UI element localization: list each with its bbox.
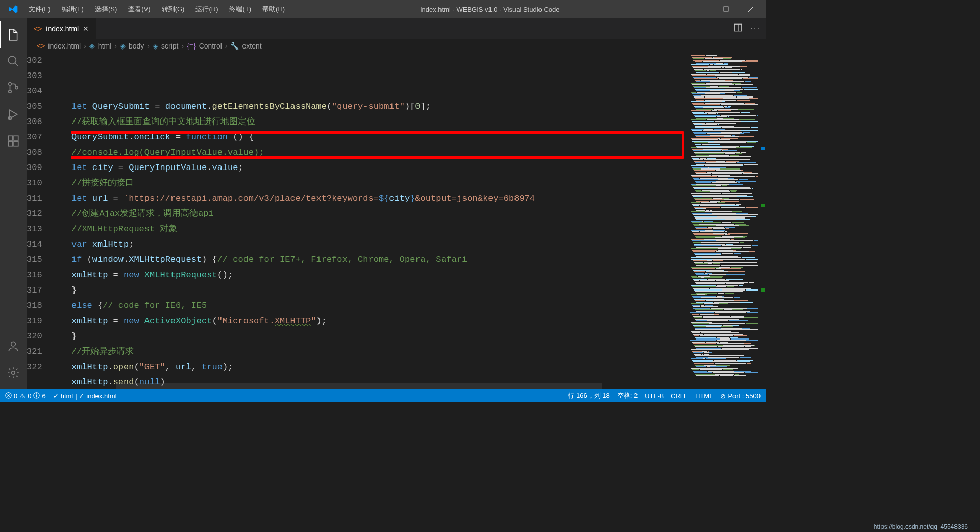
breadcrumb-item[interactable]: script — [161, 42, 178, 50]
chevron-right-icon: › — [114, 42, 117, 50]
window-controls — [690, 0, 763, 18]
code-line[interactable]: let city = QueryInputValue.value; — [71, 160, 684, 176]
code-line[interactable]: var xmlHttp; — [71, 237, 684, 252]
close-icon[interactable] — [739, 0, 763, 18]
menu-selection[interactable]: 选择(S) — [90, 2, 122, 17]
html-file-icon: <> — [37, 42, 45, 50]
more-actions-icon[interactable]: ··· — [751, 24, 761, 33]
breadcrumb-item[interactable]: html — [98, 42, 111, 50]
code-line[interactable]: } — [71, 329, 684, 344]
settings-gear-icon[interactable] — [0, 359, 27, 386]
chevron-right-icon: › — [181, 42, 184, 50]
menu-edit[interactable]: 编辑(E) — [57, 2, 89, 17]
tab-close-icon[interactable]: ✕ — [83, 25, 89, 33]
maximize-icon[interactable] — [715, 0, 738, 18]
tab-index-html[interactable]: <> index.html ✕ — [27, 18, 96, 39]
tab-actions: ··· — [728, 18, 766, 39]
account-icon[interactable] — [0, 333, 27, 359]
menu-bar: 文件(F) 编辑(E) 选择(S) 查看(V) 转到(G) 运行(R) 终端(T… — [23, 2, 290, 17]
svg-point-3 — [9, 83, 11, 85]
menu-help[interactable]: 帮助(H) — [257, 2, 290, 17]
line-number: 321 — [27, 344, 57, 359]
code-line[interactable]: //获取输入框里面查询的中文地址进行地图定位 — [71, 114, 684, 130]
breadcrumb[interactable]: <> index.html › ◈ html › ◈ body › ◈ scri… — [27, 39, 766, 53]
code-line[interactable]: xmlHttp = new XMLHttpRequest(); — [71, 268, 684, 283]
minimize-icon[interactable] — [690, 0, 714, 18]
status-spaces[interactable]: 空格: 2 — [617, 391, 638, 400]
code-line[interactable]: QuerySubmit.onclick = function () { — [71, 130, 684, 145]
code-content[interactable]: let QuerySubmit = document.getElementsBy… — [71, 53, 684, 389]
line-numbers: 3023033043053063073083093103113123133143… — [27, 53, 71, 389]
breadcrumb-item[interactable]: Control — [199, 42, 222, 50]
split-editor-icon[interactable] — [733, 23, 743, 34]
menu-file[interactable]: 文件(F) — [23, 2, 56, 17]
window-title: index.html - WEBGIS v1.0 - Visual Studio… — [290, 6, 690, 13]
code-line[interactable]: //拼接好的接口 — [71, 176, 684, 191]
status-problems[interactable]: ⓧ0 ⚠0 ⓘ6 — [5, 391, 46, 400]
line-number: 322 — [27, 359, 57, 375]
source-control-icon[interactable] — [0, 75, 27, 101]
status-eol[interactable]: CRLF — [671, 392, 688, 400]
status-port[interactable]: ⊘ Port : 5500 — [720, 392, 761, 400]
code-line[interactable]: xmlHttp = new ActiveXObject("Microsoft.X… — [71, 313, 684, 329]
svg-rect-1 — [724, 7, 728, 11]
main-area: <> index.html ✕ ··· <> index.html › ◈ ht… — [0, 18, 766, 389]
vscode-logo-icon — [8, 4, 18, 14]
wrench-icon: 🔧 — [230, 42, 239, 50]
status-cursor[interactable]: 行 166，列 18 — [568, 391, 609, 400]
breadcrumb-item[interactable]: body — [129, 42, 144, 50]
line-number: 320 — [27, 329, 57, 344]
line-number: 307 — [27, 130, 57, 145]
svg-point-11 — [11, 342, 16, 346]
extensions-icon[interactable] — [0, 128, 27, 154]
menu-view[interactable]: 查看(V) — [123, 2, 155, 17]
menu-run[interactable]: 运行(R) — [190, 2, 223, 17]
line-number: 312 — [27, 206, 57, 222]
code-line[interactable]: //console.log(QueryInputValue.value); — [71, 145, 684, 160]
chevron-right-icon: › — [147, 42, 150, 50]
minimap[interactable] — [684, 53, 766, 389]
status-lang-check[interactable]: ✓ html | ✓ index.html — [53, 392, 117, 400]
breadcrumb-item[interactable]: index.html — [48, 42, 81, 50]
block-icon: ⊘ — [720, 392, 726, 400]
tab-label: index.html — [46, 25, 79, 33]
overview-ruler[interactable] — [758, 53, 766, 389]
code-line[interactable]: if (window.XMLHttpRequest) {// code for … — [71, 252, 684, 268]
info-icon: ⓘ — [33, 391, 40, 400]
svg-rect-0 — [699, 9, 704, 9]
code-line[interactable]: //XMLHttpRequest 对象 — [71, 222, 684, 237]
menu-go[interactable]: 转到(G) — [157, 2, 190, 17]
editor-area: <> index.html ✕ ··· <> index.html › ◈ ht… — [27, 18, 766, 389]
search-icon[interactable] — [0, 48, 27, 75]
run-debug-icon[interactable] — [0, 101, 27, 128]
code-line[interactable]: let url = `https://restapi.amap.com/v3/p… — [71, 191, 684, 206]
error-icon: ⓧ — [5, 391, 12, 400]
code-line[interactable]: //创建Ajax发起请求，调用高德api — [71, 206, 684, 222]
cube-icon: ◈ — [120, 42, 126, 50]
code-line[interactable]: //开始异步请求 — [71, 344, 684, 359]
line-number: 309 — [27, 160, 57, 176]
horizontal-scrollbar[interactable] — [116, 383, 602, 389]
line-number: 315 — [27, 252, 57, 268]
line-number: 313 — [27, 222, 57, 237]
status-language[interactable]: HTML — [695, 392, 713, 400]
editor-body[interactable]: 3023033043053063073083093103113123133143… — [27, 53, 766, 389]
code-line[interactable]: else {// code for IE6, IE5 — [71, 298, 684, 313]
svg-point-12 — [12, 371, 15, 375]
line-number: 304 — [27, 84, 57, 99]
cube-icon: ◈ — [89, 42, 95, 50]
line-number: 316 — [27, 268, 57, 283]
svg-point-5 — [15, 86, 18, 89]
breadcrumb-item[interactable]: extent — [242, 42, 261, 50]
menu-terminal[interactable]: 终端(T) — [224, 2, 256, 17]
code-line[interactable]: } — [71, 283, 684, 298]
editor-tabs: <> index.html ✕ ··· — [27, 18, 766, 39]
svg-rect-8 — [8, 141, 13, 146]
code-line[interactable]: let QuerySubmit = document.getElementsBy… — [71, 99, 684, 114]
status-bar: ⓧ0 ⚠0 ⓘ6 ✓ html | ✓ index.html 行 166，列 1… — [0, 389, 766, 402]
status-encoding[interactable]: UTF-8 — [645, 392, 664, 400]
code-line[interactable]: xmlHttp.open("GET", url, true); — [71, 359, 684, 375]
explorer-icon[interactable] — [0, 21, 27, 48]
line-number: 308 — [27, 145, 57, 160]
svg-rect-7 — [8, 136, 13, 140]
